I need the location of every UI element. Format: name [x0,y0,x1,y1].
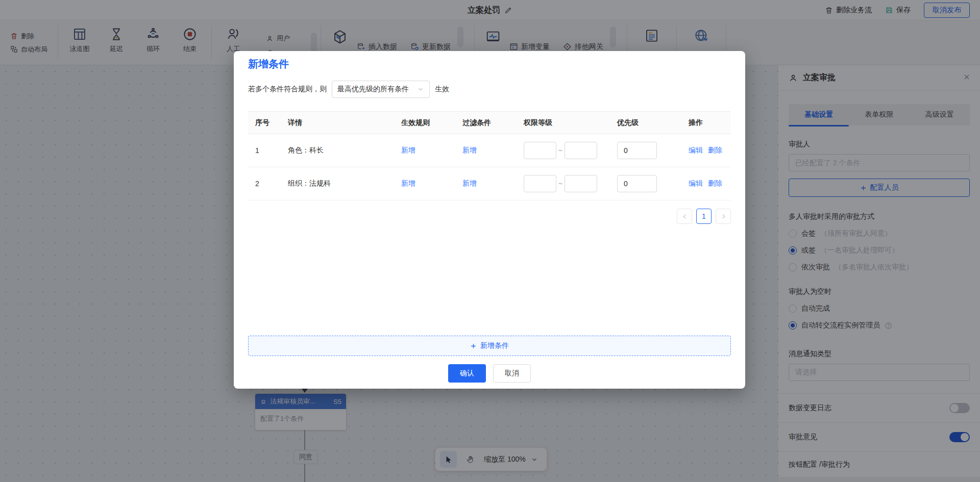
range-min-input[interactable] [524,142,556,159]
col-header: 优先级 [610,118,681,128]
priority-input[interactable] [617,175,657,192]
cell-detail: 角色：科长 [281,146,394,155]
cell-permission-range: ~ [517,175,610,192]
col-header: 生效规则 [394,118,455,128]
conditions-table: 序号 详情 生效规则 过滤条件 权限等级 优先级 操作 1 角色：科长 新增 新… [248,111,731,200]
chevron-down-icon [417,86,424,93]
table-row: 2 组织：法规科 新增 新增 ~ 编辑 删除 [248,167,731,200]
col-header: 权限等级 [517,118,610,128]
modal-footer: 确认 取消 [234,364,745,383]
cell-detail: 组织：法规科 [281,179,394,188]
cell-no: 2 [248,180,281,188]
next-page-button[interactable] [716,209,731,224]
rule-suffix: 生效 [435,85,449,94]
rule-select[interactable]: 最高优先级的所有条件 [332,81,430,98]
delete-row-link[interactable]: 删除 [708,179,722,188]
page-1-button[interactable]: 1 [696,209,712,224]
app: 立案处罚 删除业务流 保存 取消发布 删除 [0,0,980,482]
delete-row-link[interactable]: 删除 [708,146,722,155]
cell-no: 1 [248,146,281,155]
rule-prefix: 若多个条件符合规则，则 [248,85,327,94]
chevron-left-icon [681,213,688,220]
range-min-input[interactable] [524,175,556,192]
modal-title: 新增条件 [248,51,731,71]
add-filter-link[interactable]: 新增 [462,146,477,155]
cell-permission-range: ~ [517,142,610,159]
pagination: 1 [248,209,731,224]
add-condition-modal: 新增条件 若多个条件符合规则，则 最高优先级的所有条件 生效 序号 详情 生效规… [234,51,745,389]
table-header-row: 序号 详情 生效规则 过滤条件 权限等级 优先级 操作 [248,112,731,134]
prev-page-button[interactable] [677,209,692,224]
table-row: 1 角色：科长 新增 新增 ~ 编辑 删除 [248,134,731,167]
range-separator: ~ [558,180,562,188]
cancel-button[interactable]: 取消 [493,364,531,383]
col-header: 过滤条件 [455,118,517,128]
cell-actions: 编辑 删除 [681,179,731,188]
add-effective-rule-link[interactable]: 新增 [401,179,415,188]
edit-row-link[interactable]: 编辑 [689,179,703,188]
col-header: 序号 [248,118,281,128]
col-header: 详情 [281,118,394,128]
add-filter-link[interactable]: 新增 [462,179,477,188]
add-condition-button[interactable]: 新增条件 [248,336,731,356]
edit-row-link[interactable]: 编辑 [689,146,703,155]
chevron-right-icon [720,213,727,220]
priority-input[interactable] [617,142,657,159]
range-separator: ~ [558,146,562,155]
plus-icon [470,343,477,349]
cell-actions: 编辑 删除 [681,146,731,155]
rule-row: 若多个条件符合规则，则 最高优先级的所有条件 生效 [248,81,731,98]
confirm-button[interactable]: 确认 [448,364,486,383]
range-max-input[interactable] [565,175,597,192]
rule-select-value: 最高优先级的所有条件 [337,85,409,94]
add-condition-label: 新增条件 [480,341,509,350]
range-max-input[interactable] [565,142,597,159]
col-header: 操作 [681,118,731,128]
add-effective-rule-link[interactable]: 新增 [401,146,415,155]
